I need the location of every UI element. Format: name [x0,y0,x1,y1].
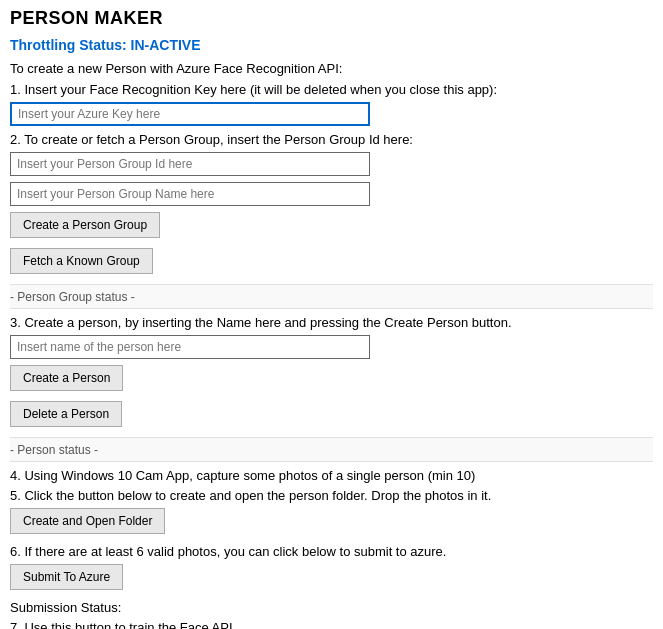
step1-description: To create a new Person with Azure Face R… [10,61,653,76]
person-status: - Person status - [10,441,98,459]
azure-key-input[interactable] [10,102,370,126]
step4-label: 4. Using Windows 10 Cam App, capture som… [10,468,653,483]
step6-status-label: Submission Status: [10,600,653,615]
person-group-status: - Person Group status - [10,288,135,306]
person-group-id-input[interactable] [10,152,370,176]
app-title: PERSON MAKER [10,8,653,29]
fetch-known-group-button[interactable]: Fetch a Known Group [10,248,153,274]
step6-label: 6. If there are at least 6 valid photos,… [10,544,653,559]
person-group-name-input[interactable] [10,182,370,206]
person-name-input[interactable] [10,335,370,359]
step7-label: 7. Use this button to train the Face API… [10,620,653,629]
throttle-status: Throttling Status: IN-ACTIVE [10,37,653,53]
create-person-button[interactable]: Create a Person [10,365,123,391]
create-person-group-button[interactable]: Create a Person Group [10,212,160,238]
delete-person-button[interactable]: Delete a Person [10,401,122,427]
step5-label: 5. Click the button below to create and … [10,488,653,503]
step1-label: 1. Insert your Face Recognition Key here… [10,82,653,97]
create-open-folder-button[interactable]: Create and Open Folder [10,508,165,534]
step2-label: 2. To create or fetch a Person Group, in… [10,132,653,147]
step3-label: 3. Create a person, by inserting the Nam… [10,315,653,330]
submit-azure-button[interactable]: Submit To Azure [10,564,123,590]
